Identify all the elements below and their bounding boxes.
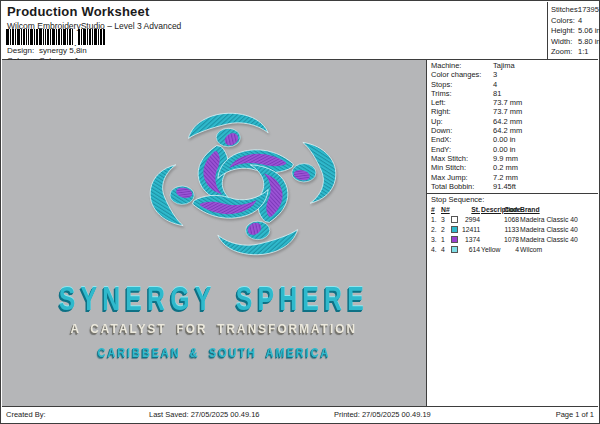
setting-label: Machine:: [431, 61, 493, 70]
barcode-icon: ,: [6, 29, 107, 46]
seq-description: Yellow: [481, 245, 503, 255]
stat-label: Height:: [551, 26, 578, 37]
machine-setting-row: Up:64.2 mm: [431, 117, 598, 126]
page-title: Production Worksheet: [7, 4, 149, 19]
stat-value: 17395: [578, 5, 599, 14]
embroidered-title: SYNERGY SPHERE: [2, 282, 426, 315]
design-label: Design:: [7, 46, 39, 55]
embroidered-region: CARIBBEAN & SOUTH AMERICA: [2, 346, 426, 359]
seq-num: 4.: [431, 245, 440, 255]
seq-code: 1068: [504, 215, 519, 225]
machine-setting-row: Max Stitch:9.9 mm: [431, 154, 598, 163]
seq-brand: Madeira Classic 40: [520, 235, 598, 245]
setting-value: 0.00 in: [493, 145, 516, 154]
setting-label: Max Stitch:: [431, 154, 493, 163]
stat-value: 1:1: [578, 47, 588, 56]
seq-code: 1078: [504, 235, 519, 245]
col-num: #: [431, 205, 440, 215]
setting-value: 64.2 mm: [493, 117, 522, 126]
last-saved-timestamp: Last Saved: 27/05/2025 00.49.16: [149, 410, 260, 419]
design-preview-area: SYNERGY SPHERE A CATALYST FOR TRANSFORMA…: [2, 60, 426, 406]
setting-value: 73.7 mm: [493, 107, 522, 116]
setting-label: Up:: [431, 117, 493, 126]
machine-setting-row: EndY:0.00 in: [431, 145, 598, 154]
seq-brand: Wilcom: [520, 245, 598, 255]
thread-color-swatch: [451, 235, 461, 245]
embroidered-tagline: A CATALYST FOR TRANSFORMATION: [2, 322, 426, 336]
stop-sequence-section: Stop Sequence: # N# St. Description Code…: [427, 193, 598, 256]
seq-code: 4: [504, 245, 519, 255]
setting-label: Right:: [431, 107, 493, 116]
setting-label: Trims:: [431, 89, 493, 98]
stat-label: Width:: [551, 37, 578, 48]
seq-n: 1: [441, 235, 450, 245]
setting-value: Tajima: [493, 61, 515, 70]
stat-row: Stitches:17395: [551, 5, 598, 16]
machine-setting-row: Down:64.2 mm: [431, 126, 598, 135]
stat-row: Width:5.80 in: [551, 37, 598, 48]
machine-settings-list: Machine:Tajima Color changes:3 Stops:4 T…: [427, 60, 598, 191]
machine-info-panel: Machine:Tajima Color changes:3 Stops:4 T…: [426, 60, 598, 406]
stat-value: 5.06 in: [578, 26, 600, 35]
seq-num: 2.: [431, 225, 440, 235]
col-n: N#: [441, 205, 450, 215]
design-name-row: Design:synergy 5,8in: [7, 46, 87, 55]
col-description: Description: [481, 205, 503, 215]
seq-num: 3.: [431, 235, 440, 245]
worksheet-page: Production Worksheet Wilcom EmbroiderySt…: [0, 0, 600, 424]
stat-value: 5.80 in: [578, 37, 600, 46]
machine-setting-row: Color changes:3: [431, 70, 598, 79]
stop-sequence-table: 1. 3 2994 1068 Madeira Classic 40 2. 2 1…: [431, 215, 598, 256]
setting-label: EndY:: [431, 145, 493, 154]
setting-label: Max Jump:: [431, 173, 493, 182]
seq-stitches: 12411: [462, 225, 480, 235]
seq-n: 2: [441, 225, 450, 235]
machine-setting-row: Right:73.7 mm: [431, 107, 598, 116]
stat-label: Stitches:: [551, 5, 578, 16]
page-number: Page 1 of 1: [556, 410, 594, 419]
worksheet-header: Production Worksheet Wilcom EmbroiderySt…: [2, 2, 598, 60]
seq-stitches: 1374: [462, 235, 480, 245]
setting-value: 81: [493, 89, 501, 98]
stat-label: Zoom:: [551, 47, 578, 58]
stat-label: Colors:: [551, 16, 578, 27]
thread-color-swatch: [451, 245, 461, 255]
setting-value: 9.9 mm: [493, 154, 518, 163]
setting-label: Total Bobbin:: [431, 182, 493, 191]
machine-setting-row: Stops:4: [431, 80, 598, 89]
machine-setting-row: Min Stitch:0.2 mm: [431, 163, 598, 172]
setting-value: 64.2 mm: [493, 126, 522, 135]
synergy-swirl-logo: [138, 104, 348, 264]
seq-stitches: 614: [462, 245, 480, 255]
thread-color-swatch: [451, 215, 461, 225]
design-value: synergy 5,8in: [39, 46, 87, 55]
seq-num: 1.: [431, 215, 440, 225]
seq-n: 4: [441, 245, 450, 255]
machine-setting-row: Max Jump:7.2 mm: [431, 173, 598, 182]
machine-setting-row: Machine:Tajima: [431, 61, 598, 70]
setting-value: 73.7 mm: [493, 98, 522, 107]
design-stats-box: Stitches:17395 Colors:4 Height:5.06 in W…: [547, 2, 598, 59]
thread-color-swatch: [451, 225, 461, 235]
stop-sequence-header-row: # N# St. Description Code Brand: [431, 205, 598, 215]
seq-brand: Madeira Classic 40: [520, 215, 598, 225]
col-brand: Brand: [520, 205, 598, 215]
stat-row: Zoom:1:1: [551, 47, 598, 58]
setting-label: Min Stitch:: [431, 163, 493, 172]
setting-value: 0.2 mm: [493, 163, 518, 172]
stat-row: Height:5.06 in: [551, 26, 598, 37]
col-st: St.: [462, 205, 480, 215]
worksheet-footer: Created By: Last Saved: 27/05/2025 00.49…: [2, 406, 598, 422]
seq-n: 3: [441, 215, 450, 225]
printed-timestamp: Printed: 27/05/2025 00.49.19: [334, 410, 431, 419]
stat-value: 4: [578, 16, 582, 25]
created-by-label: Created By:: [6, 410, 46, 419]
setting-value: 7.2 mm: [493, 173, 518, 182]
stop-sequence-title: Stop Sequence:: [431, 195, 598, 205]
setting-label: Color changes:: [431, 70, 493, 79]
machine-setting-row: Trims:81: [431, 89, 598, 98]
machine-setting-row: EndX:0.00 in: [431, 135, 598, 144]
setting-value: 3: [493, 70, 497, 79]
seq-code: 1133: [504, 225, 519, 235]
setting-label: Left:: [431, 98, 493, 107]
